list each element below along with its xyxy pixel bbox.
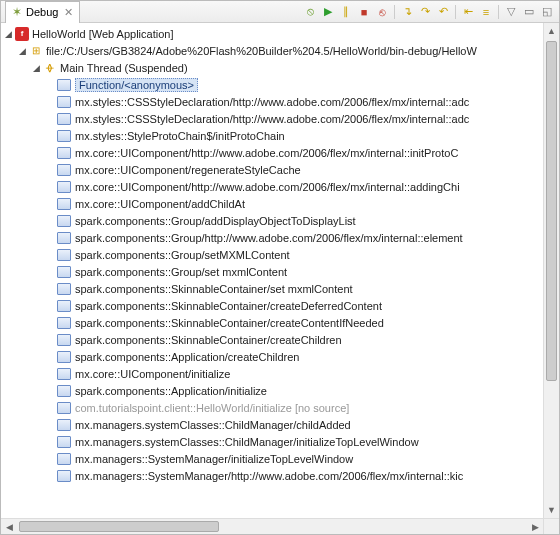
disconnect-icon[interactable]: ⎋ [374,4,390,20]
debug-tree[interactable]: ◢ f HelloWorld [Web Application] ◢ ⊞ fil… [1,23,543,518]
twisty-icon[interactable]: ◢ [33,63,43,73]
vertical-scrollbar[interactable]: ▲ ▼ [543,23,559,518]
stack-frame-icon [57,181,71,193]
stack-frame[interactable]: mx.core::UIComponent/http://www.adobe.co… [1,144,543,161]
stack-frame-icon [57,402,71,414]
stack-frame[interactable]: mx.styles::CSSStyleDeclaration/http://ww… [1,93,543,110]
stack-frame[interactable]: spark.components::Group/http://www.adobe… [1,229,543,246]
scroll-thumb[interactable] [546,41,557,381]
stack-frame-icon [57,266,71,278]
stack-frame-selected[interactable]: Function/<anonymous> [1,76,543,93]
thread-icon: ᚖ [43,61,57,75]
scroll-up-icon[interactable]: ▲ [544,23,559,39]
step-return-icon[interactable]: ↶ [435,4,451,20]
stack-frame[interactable]: com.tutorialspoint.client::HelloWorld/in… [1,399,543,416]
maximize-icon[interactable]: ◱ [539,4,555,20]
stack-frame-label: spark.components::SkinnableContainer/cre… [75,317,384,329]
scroll-thumb[interactable] [19,521,219,532]
target-node[interactable]: ◢ ⊞ file:/C:/Users/GB3824/Adobe%20Flash%… [1,42,543,59]
stack-frame[interactable]: mx.core::UIComponent/initialize [1,365,543,382]
view-header: ✶ Debug ✕ ⦸ ▶ ∥ ■ ⎋ ↴ ↷ ↶ ⇤ ≡ ▽ ▭ ◱ [1,1,559,23]
twisty-icon[interactable]: ◢ [19,46,29,56]
stack-frame-label: mx.managers.systemClasses::ChildManager/… [75,419,351,431]
stack-frame[interactable]: spark.components::SkinnableContainer/cre… [1,297,543,314]
target-icon: ⊞ [29,44,43,58]
stack-frame-label: spark.components::Application/initialize [75,385,267,397]
stack-frame-icon [57,215,71,227]
scroll-down-icon[interactable]: ▼ [544,502,559,518]
stack-frame-icon [57,453,71,465]
step-over-icon[interactable]: ↷ [417,4,433,20]
stack-frame-icon [57,249,71,261]
stack-frame[interactable]: mx.core::UIComponent/http://www.adobe.co… [1,178,543,195]
stack-frame[interactable]: spark.components::SkinnableContainer/cre… [1,314,543,331]
stack-frame[interactable]: spark.components::Group/addDisplayObject… [1,212,543,229]
stack-frame-icon [57,283,71,295]
stack-frame[interactable]: mx.styles::CSSStyleDeclaration/http://ww… [1,110,543,127]
stack-frame-icon [57,385,71,397]
stack-frame[interactable]: mx.managers.systemClasses::ChildManager/… [1,416,543,433]
stack-frame[interactable]: mx.managers.systemClasses::ChildManager/… [1,433,543,450]
stack-frame[interactable]: mx.core::UIComponent/regenerateStyleCach… [1,161,543,178]
stack-frame[interactable]: mx.managers::SystemManager/http://www.ad… [1,467,543,484]
stack-frame-icon [57,113,71,125]
stack-frame[interactable]: spark.components::Group/set mxmlContent [1,263,543,280]
selected-frame-label: Function/<anonymous> [75,78,198,92]
stack-frame-label: mx.core::UIComponent/regenerateStyleCach… [75,164,301,176]
launch-label: HelloWorld [Web Application] [32,28,173,40]
separator [394,5,395,19]
view-menu-icon[interactable]: ▽ [503,4,519,20]
stack-frame-icon [57,96,71,108]
stack-frame[interactable]: spark.components::SkinnableContainer/set… [1,280,543,297]
stack-frame-label: mx.managers::SystemManager/initializeTop… [75,453,353,465]
minimize-icon[interactable]: ▭ [521,4,537,20]
stack-frame[interactable]: mx.core::UIComponent/addChildAt [1,195,543,212]
suspend-icon[interactable]: ∥ [338,4,354,20]
separator [498,5,499,19]
terminate-icon[interactable]: ■ [356,4,372,20]
stack-frame-icon [57,368,71,380]
stack-frame-label: mx.core::UIComponent/http://www.adobe.co… [75,147,458,159]
flash-icon: f [15,27,29,41]
bug-icon: ✶ [12,5,22,19]
horizontal-scrollbar[interactable]: ◀ ▶ [1,518,543,534]
stack-frame-icon [57,232,71,244]
stack-frame-icon [57,79,71,91]
scroll-right-icon[interactable]: ▶ [527,519,543,534]
stack-frame-icon [57,351,71,363]
scroll-corner [543,518,559,534]
thread-node[interactable]: ◢ ᚖ Main Thread (Suspended) [1,59,543,76]
close-icon[interactable]: ✕ [64,6,73,19]
use-step-filters-icon[interactable]: ≡ [478,4,494,20]
stack-frame[interactable]: spark.components::Application/createChil… [1,348,543,365]
debug-panel: ✶ Debug ✕ ⦸ ▶ ∥ ■ ⎋ ↴ ↷ ↶ ⇤ ≡ ▽ ▭ ◱ ◢ [0,0,560,535]
stack-frame[interactable]: mx.managers::SystemManager/initializeTop… [1,450,543,467]
stack-frame[interactable]: spark.components::SkinnableContainer/cre… [1,331,543,348]
scroll-left-icon[interactable]: ◀ [1,519,17,534]
stack-frame-label: mx.managers.systemClasses::ChildManager/… [75,436,419,448]
stack-frame-label: mx.core::UIComponent/initialize [75,368,230,380]
stack-frame-label: mx.managers::SystemManager/http://www.ad… [75,470,463,482]
debug-tab[interactable]: ✶ Debug ✕ [5,1,80,23]
stack-frame[interactable]: mx.styles::StyleProtoChain$/initProtoCha… [1,127,543,144]
stack-frame-label: spark.components::SkinnableContainer/set… [75,283,353,295]
stack-frame-label: spark.components::Application/createChil… [75,351,299,363]
stack-frame-label: mx.core::UIComponent/addChildAt [75,198,245,210]
launch-node[interactable]: ◢ f HelloWorld [Web Application] [1,25,543,42]
stack-frame-label: spark.components::Group/http://www.adobe… [75,232,463,244]
tree-container: ◢ f HelloWorld [Web Application] ◢ ⊞ fil… [1,23,559,534]
stack-frame-label: spark.components::Group/setMXMLContent [75,249,290,261]
stack-frame-label: mx.styles::CSSStyleDeclaration/http://ww… [75,113,469,125]
stack-frame-icon [57,147,71,159]
twisty-icon[interactable]: ◢ [5,29,15,39]
stack-frame[interactable]: spark.components::Application/initialize [1,382,543,399]
stack-frame-icon [57,470,71,482]
skip-breakpoints-icon[interactable]: ⦸ [302,4,318,20]
stack-frame-icon [57,419,71,431]
stack-frame-label: spark.components::SkinnableContainer/cre… [75,300,382,312]
separator [455,5,456,19]
drop-to-frame-icon[interactable]: ⇤ [460,4,476,20]
step-into-icon[interactable]: ↴ [399,4,415,20]
resume-icon[interactable]: ▶ [320,4,336,20]
stack-frame[interactable]: spark.components::Group/setMXMLContent [1,246,543,263]
